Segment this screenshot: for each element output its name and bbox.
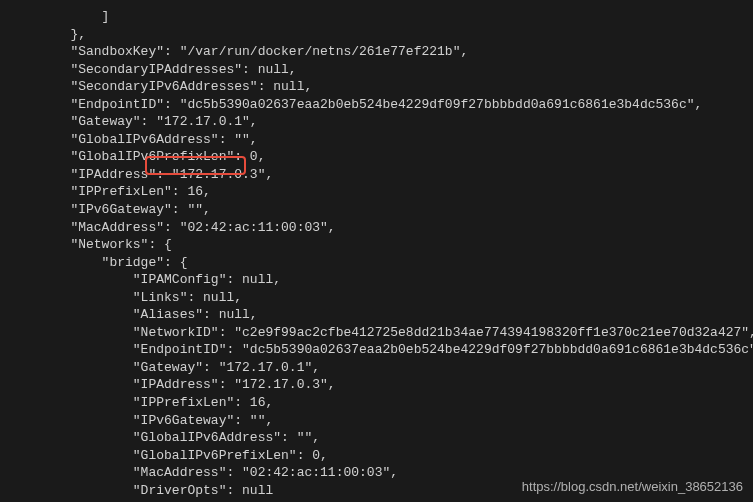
code-line: "GlobalIPv6PrefixLen": 0, bbox=[8, 148, 753, 166]
code-line: "IPAMConfig": null, bbox=[8, 271, 753, 289]
code-line: "IPPrefixLen": 16, bbox=[8, 394, 753, 412]
code-line: "Gateway": "172.17.0.1", bbox=[8, 113, 753, 131]
watermark: https://blog.csdn.net/weixin_38652136 bbox=[522, 479, 743, 494]
code-line: "IPPrefixLen": 16, bbox=[8, 183, 753, 201]
code-line: "NetworkID": "c2e9f99ac2cfbe412725e8dd21… bbox=[8, 324, 753, 342]
code-line: "SecondaryIPv6Addresses": null, bbox=[8, 78, 753, 96]
code-line: "IPAddress": "172.17.0.3", bbox=[8, 166, 753, 184]
code-line: }, bbox=[8, 26, 753, 44]
code-line: "SandboxKey": "/var/run/docker/netns/261… bbox=[8, 43, 753, 61]
code-line: "IPAddress": "172.17.0.3", bbox=[8, 376, 753, 394]
code-line: "IPv6Gateway": "", bbox=[8, 201, 753, 219]
code-line: "GlobalIPv6PrefixLen": 0, bbox=[8, 447, 753, 465]
code-line: "GlobalIPv6Address": "", bbox=[8, 131, 753, 149]
code-line: "Aliases": null, bbox=[8, 306, 753, 324]
code-line: ] bbox=[8, 8, 753, 26]
code-line: "GlobalIPv6Address": "", bbox=[8, 429, 753, 447]
code-line: "Links": null, bbox=[8, 289, 753, 307]
code-line: "IPv6Gateway": "", bbox=[8, 412, 753, 430]
code-line: "Gateway": "172.17.0.1", bbox=[8, 359, 753, 377]
code-line: "SecondaryIPAddresses": null, bbox=[8, 61, 753, 79]
terminal-output: ] }, "SandboxKey": "/var/run/docker/netn… bbox=[8, 8, 753, 502]
code-line: "Networks": { bbox=[8, 236, 753, 254]
code-line: "MacAddress": "02:42:ac:11:00:03", bbox=[8, 219, 753, 237]
code-line: "EndpointID": "dc5b5390a02637eaa2b0eb524… bbox=[8, 341, 753, 359]
code-line: "bridge": { bbox=[8, 254, 753, 272]
code-line: "EndpointID": "dc5b5390a02637eaa2b0eb524… bbox=[8, 96, 753, 114]
